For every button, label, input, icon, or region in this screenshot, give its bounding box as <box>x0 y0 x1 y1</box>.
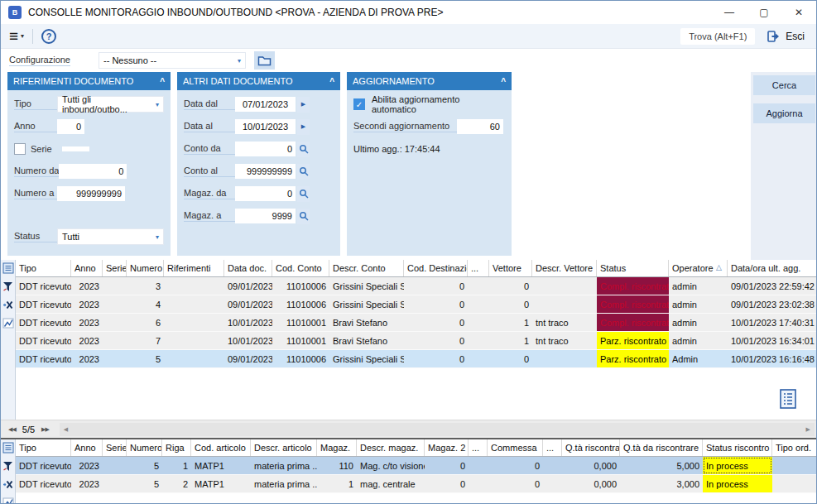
horizontal-scrollbar[interactable]: ◀ ▶ <box>60 423 815 436</box>
column-header-q-t-da-riscontrare[interactable]: Q.tà da riscontrare <box>620 439 703 456</box>
table-row[interactable]: DDT ricevuto2023610/01/202311010001Bravi… <box>16 314 816 332</box>
chart-icon[interactable] <box>2 497 14 504</box>
secondi-input[interactable]: 60 <box>457 119 503 134</box>
table-cell: DDT ricevuto <box>16 350 71 367</box>
chevron-down-icon: ▾ <box>233 57 241 65</box>
table-row[interactable]: DDT ricevuto202351MATP1materia prima ...… <box>16 457 816 475</box>
column-header-numero[interactable]: Numero <box>127 260 164 276</box>
chart-icon[interactable] <box>2 318 14 330</box>
numero-da-input[interactable]: 0 <box>59 164 127 179</box>
column-header-col[interactable]: ... <box>543 439 562 456</box>
magaz-a-label: Magaz. a <box>184 210 235 222</box>
column-header-cod-articolo[interactable]: Cod. articolo <box>191 439 251 456</box>
aggiorna-button[interactable]: Aggiorna <box>753 103 815 123</box>
status-dropdown[interactable]: Tutti ▾ <box>57 228 164 245</box>
column-header-descr-vettore[interactable]: Descr. Vettore <box>532 260 597 276</box>
magaz-da-input[interactable]: 0 <box>235 186 296 201</box>
filter-icon[interactable] <box>2 281 13 294</box>
column-header-vettore[interactable]: Vettore <box>489 260 532 276</box>
minimize-icon[interactable]: — <box>712 1 747 24</box>
auto-refresh-checkbox[interactable]: ✓ <box>353 98 365 110</box>
data-al-input[interactable]: 10/01/2023 <box>235 119 296 134</box>
grid-view-icon[interactable] <box>2 262 14 276</box>
last-page-icon[interactable]: ▶▶ <box>37 426 53 433</box>
column-header-anno[interactable]: Anno <box>71 260 103 276</box>
table-row[interactable]: DDT ricevuto2023509/01/202311010006Griss… <box>16 350 816 368</box>
magaz-a-input[interactable]: 9999 <box>235 209 296 223</box>
column-header-numero[interactable]: Numero <box>127 439 162 456</box>
column-header-tipo[interactable]: Tipo <box>16 439 71 456</box>
column-header-col[interactable]: ... <box>469 439 488 456</box>
help-icon[interactable]: ? <box>41 29 56 44</box>
clear-filter-icon[interactable] <box>2 300 13 312</box>
tipo-dropdown[interactable]: Tutti gli inbound/outbo... ▾ <box>57 96 164 113</box>
table-row[interactable]: DDT ricevuto2023309/01/202311010006Griss… <box>16 277 816 295</box>
data-dal-input[interactable]: 07/01/2023 <box>235 97 296 112</box>
column-header-descr-articolo[interactable]: Descr. articolo <box>251 439 317 456</box>
column-header-status[interactable]: Status <box>597 260 669 276</box>
column-header-q-t-riscontrata[interactable]: Q.tà riscontrata <box>562 439 620 456</box>
search-icon[interactable] <box>297 164 310 180</box>
close-icon[interactable]: ✕ <box>781 1 816 24</box>
column-header-riga[interactable]: Riga <box>162 439 191 456</box>
column-header-operatore[interactable]: Operatore△ <box>669 260 728 276</box>
scroll-left-icon[interactable]: ◀ <box>60 426 72 433</box>
clear-filter-icon[interactable] <box>2 479 13 492</box>
column-header-commessa[interactable]: Commessa <box>488 439 543 456</box>
column-header-tipo[interactable]: Tipo <box>16 260 71 276</box>
column-header-status-riscontro[interactable]: Status riscontro <box>703 439 772 456</box>
search-icon[interactable] <box>297 186 310 202</box>
column-header-label: Anno <box>74 443 96 456</box>
panel-aggiornamento-header[interactable]: AGGIORNAMENTO ^ <box>347 72 512 90</box>
numero-a-input[interactable]: 999999999 <box>57 186 125 201</box>
column-header-descr-conto[interactable]: Descr. Conto <box>329 260 404 276</box>
column-header-tipo-ord[interactable]: Tipo ord. <box>772 439 816 456</box>
column-header-magaz[interactable]: Magaz. <box>317 439 357 456</box>
date-picker-icon[interactable]: ▶ <box>297 119 310 135</box>
column-header-serie[interactable]: Serie <box>103 260 127 276</box>
trova-shortcut[interactable]: Trova (Alt+F1) <box>680 28 755 45</box>
table-cell: 11010006 <box>272 277 329 295</box>
conto-da-input[interactable]: 0 <box>235 142 296 156</box>
open-configuration-button[interactable] <box>254 51 275 70</box>
configurazione-dropdown[interactable]: -- Nessuno -- ▾ <box>99 52 246 69</box>
esci-button[interactable]: Esci <box>767 30 805 43</box>
anno-input[interactable]: 0 <box>57 119 84 134</box>
table-row[interactable]: DDT ricevuto2023409/01/202311010006Griss… <box>16 295 816 314</box>
table-row[interactable]: DDT ricevuto2023710/01/202311010001Bravi… <box>16 332 816 350</box>
grid-view-icon[interactable] <box>2 442 14 455</box>
hamburger-menu-button[interactable]: ≡ ▾ <box>9 28 24 44</box>
column-header-label: Status riscontro <box>706 443 769 456</box>
conto-al-input[interactable]: 999999999 <box>235 164 296 179</box>
column-header-data-ora-ult-agg[interactable]: Data/ora ult. agg. <box>728 260 816 276</box>
table-cell: 2023 <box>71 457 103 474</box>
scroll-right-icon[interactable]: ▶ <box>802 426 815 433</box>
panel-altri-dati-header[interactable]: ALTRI DATI DOCUMENTO ^ <box>177 72 340 90</box>
column-header-anno[interactable]: Anno <box>71 439 103 456</box>
detail-view-button[interactable] <box>778 388 798 411</box>
filter-icon[interactable] <box>2 461 13 473</box>
column-header-cod-conto[interactable]: Cod. Conto <box>272 260 329 276</box>
table-cell: 10/01/2023 16:16:48 <box>728 350 816 367</box>
date-picker-icon[interactable]: ▶ <box>297 97 310 113</box>
column-header-cod-destinazione[interactable]: Cod. Destinazione <box>404 260 468 276</box>
panel-riferimenti-header[interactable]: RIFERIMENTI DOCUMENTO ^ <box>7 72 171 90</box>
numero-a-label: Numero a <box>14 188 57 199</box>
maximize-icon[interactable]: ▢ <box>747 1 781 24</box>
table-cell <box>468 314 489 331</box>
cerca-button[interactable]: Cerca <box>753 75 815 95</box>
column-header-riferimenti[interactable]: Riferimenti <box>164 260 224 276</box>
column-header-magaz-2[interactable]: Magaz. 2 <box>425 439 469 456</box>
serie-checkbox[interactable] <box>14 143 26 155</box>
column-header-col[interactable]: ... <box>468 260 489 276</box>
table-row[interactable]: DDT ricevuto202352MATP1materia prima ...… <box>16 475 816 493</box>
search-icon[interactable] <box>297 142 310 157</box>
first-page-icon[interactable]: ◀◀ <box>4 426 20 433</box>
column-header-data-doc[interactable]: Data doc. <box>224 260 272 276</box>
column-header-serie[interactable]: Serie <box>103 439 127 456</box>
table-cell: DDT ricevuto <box>16 314 71 331</box>
serie-input[interactable] <box>62 146 89 151</box>
table-cell: 0 <box>489 350 532 367</box>
search-icon[interactable] <box>297 209 310 224</box>
column-header-descr-magaz[interactable]: Descr. magaz. <box>357 439 425 456</box>
